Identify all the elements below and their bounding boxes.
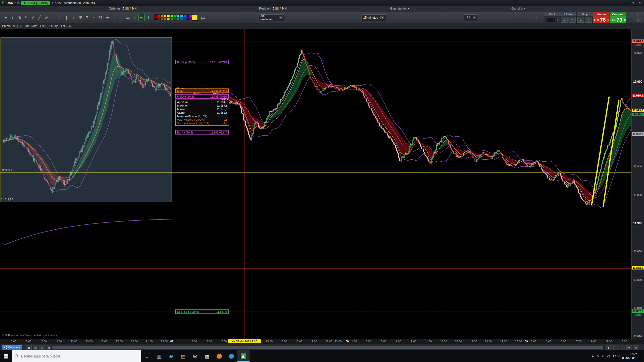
gear-icon[interactable]: ⚙ [285,7,288,10]
wave-indicator-tool[interactable]: ∿ [138,14,145,21]
palette-color[interactable] [157,14,160,17]
edge-icon[interactable]: e [165,350,177,362]
sell-limit-button[interactable]: ▼ [569,17,576,23]
scroll-right-arrow[interactable]: ▶ [606,345,612,350]
panel-mini-button-2[interactable]: ▫ [637,18,642,22]
tray-volume-icon[interactable]: ◁) [607,354,611,358]
task-view-icon[interactable]: ▥ [153,350,165,362]
taskbar-search[interactable] [12,350,141,362]
ray-tool[interactable]: ↗ [43,14,50,21]
cursor-tool[interactable]: ➤ [3,14,9,21]
keyboard-language[interactable]: ESP [613,354,620,358]
palette-color[interactable] [160,18,163,20]
rectangle-tool[interactable]: ▭ [125,14,131,21]
arrow-up-tool[interactable]: ↑ [111,14,117,21]
messenger-icon[interactable] [225,350,237,362]
tray-network-icon[interactable]: ılı [602,354,604,358]
palette-color[interactable] [174,18,176,20]
fibonacci-tool[interactable]: ≡ [70,14,77,21]
bollinger-upper-label[interactable]: Bol Sup (20,2)12.014,08725 [175,60,229,64]
price-axis[interactable]: 12.02012.00011.94011.92011.90011.88011.8… [631,29,644,339]
palette-color[interactable] [164,14,167,17]
palette-color[interactable] [170,18,173,20]
start-button[interactable] [0,350,12,362]
scrollbar-track[interactable] [52,346,605,349]
layout-button[interactable]: ▣ [26,345,32,350]
units-caret-icon[interactable]: ▾ [279,16,283,19]
palette-color[interactable] [180,14,183,17]
trading-app-icon[interactable] [237,350,250,362]
palette-color[interactable] [154,18,157,20]
chart-style-caret-icon[interactable]: ▾ [473,16,475,19]
palette-color[interactable] [164,18,167,20]
taskbar-clock[interactable]: 11:26 09/04/2019 [622,352,637,360]
palette-color[interactable] [187,14,189,17]
mail-icon[interactable]: ✉ [189,350,201,362]
pencil-tool[interactable]: ✎ [23,14,29,21]
pane-title[interactable]: Precio [2,24,11,28]
palette-color[interactable] [183,14,186,17]
palette-color[interactable] [177,18,180,20]
panel-mini-button-1[interactable]: ▫ [637,13,642,17]
buy-stop-button[interactable]: ▲ [577,17,584,23]
palette-color[interactable] [177,14,180,17]
zoom-area-button[interactable]: ▭ [626,345,632,350]
text-tool[interactable]: T [84,14,90,21]
timeframe-caret-icon[interactable]: ▾ [380,16,384,19]
zoom-reset-button[interactable]: ◎ [633,345,638,350]
zoom-in-button[interactable]: + [613,345,619,350]
close-button[interactable]: × [636,1,643,5]
show-desktop-button[interactable] [641,350,642,362]
brush-tool[interactable]: ✐ [30,14,36,21]
scroll-left-arrow[interactable]: ◀ [46,345,51,350]
support-label[interactable]: Sop H S (-0,26%)11.837,5 [175,309,229,314]
crosshair-tool[interactable]: + [9,14,16,21]
buy-button[interactable]: 11.9 79 ,9 [610,16,626,23]
symbol-name[interactable]: DAX [7,1,13,5]
arrow-down-tool[interactable]: ↓ [118,14,124,21]
collapse-panel-icon[interactable]: « [536,15,538,19]
pane-zoom-icon[interactable]: ◎ [16,25,19,28]
sell-button[interactable]: 11.9 78 ,9 [593,16,610,23]
timeframe-select[interactable]: 15 minutos ▾ [361,14,386,21]
buy-limit-button[interactable]: ▲ [561,17,568,23]
chart-style-select[interactable]: ▾ [464,14,477,21]
search-input[interactable] [21,354,132,358]
maximize-button[interactable]: □ [629,1,636,5]
sell-stop-button[interactable]: ▼ [585,17,592,23]
pane-settings-icon[interactable]: ⚙ [13,25,15,28]
bollinger-lower-label[interactable]: Bol Inf (20,2)11.962,68247 [175,130,229,134]
zoom-tool[interactable]: ◎ [16,14,22,21]
vertical-line-tool[interactable]: │ [57,14,63,21]
units-select[interactable]: 200 unidades ▾ [259,14,284,21]
arrow-right-tool[interactable]: ➔ [104,14,111,21]
zoom-out-button[interactable]: − [620,345,625,350]
info-icon[interactable]: ⓘ [17,1,20,5]
share-button[interactable]: Compartir [2,345,22,350]
palette-color[interactable] [170,14,173,17]
current-color-swatch[interactable] [192,15,198,21]
file-explorer-icon[interactable]: ▤ [177,350,189,362]
horizontal-line-tool[interactable]: ─ [50,14,56,21]
palette-color[interactable] [167,14,170,17]
minimize-button[interactable]: — [622,1,629,5]
palette-color[interactable] [167,18,170,20]
palette-color[interactable] [157,18,160,20]
segment-tool[interactable]: ╱ [36,14,43,21]
palette-color[interactable] [180,18,183,20]
palette-color[interactable] [160,14,163,17]
palette-color[interactable] [154,14,157,17]
palette-color[interactable] [183,18,186,20]
pane-expand-icon[interactable]: ↗ [20,25,22,28]
symbol-dropdown-icon[interactable]: ▾ [14,2,16,4]
parallel-lines-tool[interactable]: ∥ [64,14,70,21]
tray-chevron-icon[interactable]: ∧ [592,354,594,358]
firefox-icon[interactable] [213,350,225,362]
palette-color[interactable] [174,14,176,17]
quantity-input[interactable] [547,18,558,22]
scissors-tool[interactable]: ✂ [91,14,97,21]
triangle-tool[interactable]: △ [132,14,138,21]
time-axis[interactable]: 3:005:007:009:0011:0013:0015:0017:0019:0… [0,339,644,344]
mic-icon[interactable]: ⏚ [141,350,153,362]
gear-icon[interactable]: ⚙ [135,7,138,10]
